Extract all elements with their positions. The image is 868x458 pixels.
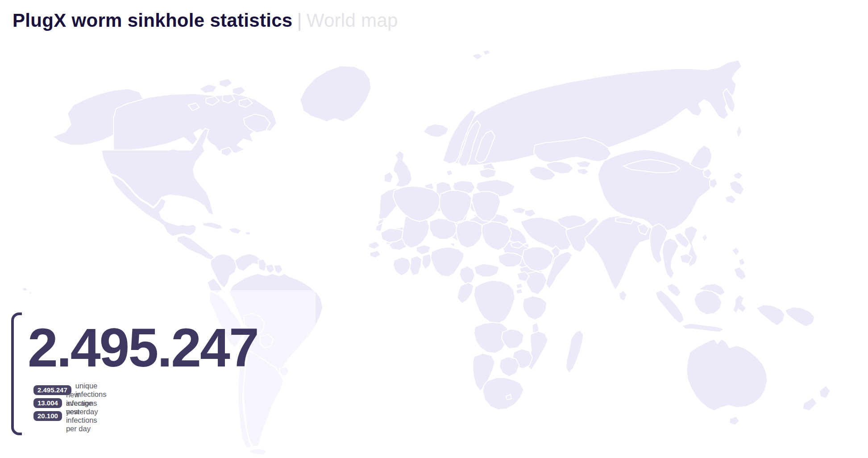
country-australia[interactable] (686, 339, 767, 411)
country-south-sudan[interactable] (498, 253, 523, 267)
stat-row-average: 20.100 average new infections per day (33, 411, 106, 421)
country-suriname[interactable] (266, 264, 274, 274)
country-venezuela[interactable] (235, 254, 260, 271)
title-separator: | (293, 10, 307, 31)
great-lakes-water (175, 152, 190, 157)
country-thailand[interactable] (662, 238, 679, 279)
country-japan-hokkaido[interactable] (733, 172, 743, 179)
country-svalbard[interactable] (483, 50, 490, 55)
country-cameroon[interactable] (460, 266, 475, 285)
average-per-day-label: average new infections per day (66, 399, 107, 433)
country-french-guiana[interactable] (274, 265, 283, 274)
country-indonesia-papua[interactable] (756, 304, 785, 325)
country-indonesia-java[interactable] (682, 324, 724, 333)
great-lakes-water (169, 150, 178, 154)
country-cuba[interactable] (202, 222, 223, 229)
country-uk[interactable] (393, 150, 412, 187)
country-ireland[interactable] (384, 172, 393, 183)
country-rwanda[interactable] (516, 283, 523, 288)
country-congo-gabon[interactable] (457, 283, 474, 304)
country-belarus[interactable] (479, 168, 496, 178)
country-georgia[interactable] (511, 207, 526, 214)
arctic-island[interactable] (233, 87, 246, 96)
country-sicily[interactable] (449, 242, 455, 247)
country-greenland[interactable] (300, 66, 371, 122)
country-drc[interactable] (474, 280, 515, 324)
country-tajikistan[interactable] (577, 168, 589, 175)
country-japan-kyushu[interactable] (725, 195, 736, 204)
country-botswana[interactable] (499, 357, 519, 377)
country-senegal[interactable] (369, 241, 380, 249)
new-yesterday-badge: 13.004 (33, 398, 62, 408)
page-title: PlugX worm sinkhole statistics|World map (12, 10, 398, 31)
country-central-african-republic[interactable] (474, 264, 499, 277)
country-philippines[interactable] (734, 267, 746, 280)
stat-rows: 2.495.247 unique infections 13.004 new i… (33, 385, 106, 424)
country-japan-honshu[interactable] (730, 180, 744, 195)
app-title: PlugX worm sinkhole statistics (12, 10, 293, 31)
hudson-bay-water (206, 120, 235, 146)
arctic-island[interactable] (219, 79, 233, 87)
arctic-island[interactable] (199, 84, 217, 93)
country-iceland[interactable] (424, 124, 449, 137)
country-philippines[interactable] (739, 258, 745, 266)
country-denmark[interactable] (446, 170, 453, 176)
country-chad[interactable] (456, 221, 483, 248)
country-zambia[interactable] (502, 329, 524, 349)
country-indonesia-sulawesi[interactable] (733, 295, 746, 313)
country-kenya[interactable] (526, 271, 547, 295)
stats-bracket (11, 312, 22, 435)
country-south-korea[interactable] (710, 178, 717, 188)
country-burundi[interactable] (516, 288, 523, 294)
country-kyrgyzstan[interactable] (576, 161, 591, 167)
country-burkina-faso[interactable] (416, 245, 431, 254)
country-papua-new-guinea[interactable] (785, 307, 815, 327)
country-central-america[interactable] (177, 235, 216, 260)
country-russia-sakhalin[interactable] (736, 125, 742, 138)
country-south-africa[interactable] (483, 378, 524, 410)
country-indonesia-sumatra[interactable] (656, 290, 685, 323)
country-tanzania[interactable] (523, 296, 547, 320)
country-nigeria[interactable] (431, 247, 464, 277)
country-new-zealand-north[interactable] (819, 385, 831, 399)
country-new-zealand-south[interactable] (803, 398, 817, 411)
country-togo-benin[interactable] (422, 254, 432, 269)
country-sri-lanka[interactable] (619, 290, 627, 301)
country-tasmania[interactable] (730, 416, 739, 425)
country-azerbaijan[interactable] (525, 209, 536, 217)
header: PlugX worm sinkhole statistics|World map (0, 0, 868, 45)
country-ghana[interactable] (410, 256, 422, 276)
country-philippines[interactable] (732, 247, 739, 256)
country-malaysia[interactable] (666, 283, 681, 297)
country-guinea[interactable] (370, 250, 381, 258)
country-madagascar[interactable] (566, 330, 584, 373)
country-taiwan[interactable] (702, 234, 707, 241)
country-hispaniola[interactable] (228, 228, 241, 234)
country-puerto-rico[interactable] (245, 232, 250, 235)
country-ivory-coast[interactable] (393, 257, 411, 276)
country-svalbard[interactable] (472, 53, 483, 60)
total-infections-count: 2.495.247 (28, 321, 258, 375)
country-algeria[interactable] (393, 186, 441, 221)
country-china-manchuria[interactable] (690, 145, 712, 170)
view-subtitle: World map (307, 10, 398, 31)
average-per-day-badge: 20.100 (33, 411, 62, 421)
